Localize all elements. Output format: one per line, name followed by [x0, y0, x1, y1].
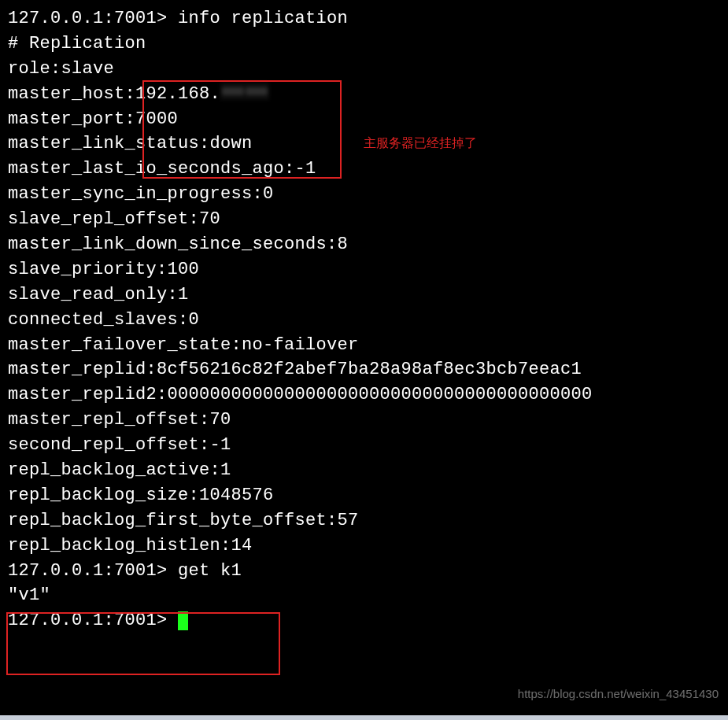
redacted-ip [220, 83, 269, 100]
output-master-replid: master_replid:8cf56216c82f2abef7ba28a98a… [8, 357, 720, 382]
output-role: role:slave [8, 57, 720, 82]
output-master-link-down-since: master_link_down_since_seconds:8 [8, 232, 720, 257]
watermark-text: https://blog.csdn.net/weixin_43451430 [518, 685, 719, 703]
output-slave-read-only: slave_read_only:1 [8, 282, 720, 308]
output-master-last-io: master_last_io_seconds_ago:-1 [8, 157, 720, 182]
output-master-failover-state: master_failover_state:no-failover [8, 333, 720, 358]
output-master-port: master_port:7000 [8, 107, 720, 132]
output-connected-slaves: connected_slaves:0 [8, 308, 720, 333]
output-repl-backlog-size: repl_backlog_size:1048576 [8, 483, 720, 508]
output-master-repl-offset: master_repl_offset:70 [8, 408, 720, 433]
prompt-line-3[interactable]: 127.0.0.1:7001> [8, 608, 720, 633]
command-info: info replication [178, 9, 348, 28]
output-slave-repl-offset: slave_repl_offset:70 [8, 207, 720, 232]
output-master-sync: master_sync_in_progress:0 [8, 182, 720, 207]
cursor-icon [178, 611, 188, 630]
prompt-line-1[interactable]: 127.0.0.1:7001> info replication [8, 6, 720, 31]
prompt-line-2[interactable]: 127.0.0.1:7001> get k1 [8, 559, 720, 584]
output-repl-backlog-histlen: repl_backlog_histlen:14 [8, 534, 720, 559]
output-repl-backlog-active: repl_backlog_active:1 [8, 458, 720, 483]
output-second-repl-offset: second_repl_offset:-1 [8, 433, 720, 458]
output-get-result: "v1" [8, 583, 720, 608]
prompt: 127.0.0.1:7001> [8, 611, 168, 630]
output-header: # Replication [8, 31, 720, 57]
prompt: 127.0.0.1:7001> [8, 561, 168, 581]
window-border-bottom [0, 715, 728, 720]
output-master-replid2: master_replid2:0000000000000000000000000… [8, 382, 720, 408]
prompt: 127.0.0.1:7001> [8, 9, 168, 28]
output-slave-priority: slave_priority:100 [8, 257, 720, 282]
annotation-text: 主服务器已经挂掉了 [364, 134, 477, 152]
output-master-host: master_host:192.168. [8, 82, 720, 107]
output-repl-backlog-first-byte-offset: repl_backlog_first_byte_offset:57 [8, 508, 720, 534]
command-get: get k1 [178, 561, 242, 581]
